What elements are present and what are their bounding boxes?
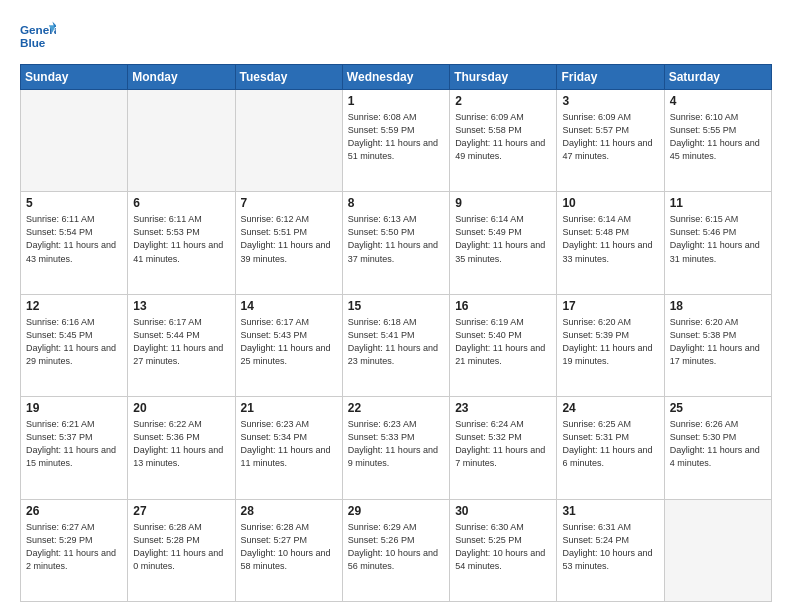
cell-details: Sunrise: 6:23 AMSunset: 5:34 PMDaylight:… [241,418,337,470]
cell-details: Sunrise: 6:13 AMSunset: 5:50 PMDaylight:… [348,213,444,265]
header: General Blue [20,18,772,54]
day-number: 21 [241,401,337,415]
day-number: 12 [26,299,122,313]
cell-details: Sunrise: 6:23 AMSunset: 5:33 PMDaylight:… [348,418,444,470]
calendar-cell: 26Sunrise: 6:27 AMSunset: 5:29 PMDayligh… [21,499,128,601]
calendar-cell: 27Sunrise: 6:28 AMSunset: 5:28 PMDayligh… [128,499,235,601]
logo: General Blue [20,18,56,54]
calendar-cell: 15Sunrise: 6:18 AMSunset: 5:41 PMDayligh… [342,294,449,396]
calendar-cell: 25Sunrise: 6:26 AMSunset: 5:30 PMDayligh… [664,397,771,499]
cell-details: Sunrise: 6:24 AMSunset: 5:32 PMDaylight:… [455,418,551,470]
day-number: 2 [455,94,551,108]
svg-text:General: General [20,23,56,36]
day-number: 30 [455,504,551,518]
calendar-cell: 7Sunrise: 6:12 AMSunset: 5:51 PMDaylight… [235,192,342,294]
calendar-cell: 2Sunrise: 6:09 AMSunset: 5:58 PMDaylight… [450,90,557,192]
day-number: 22 [348,401,444,415]
cell-details: Sunrise: 6:18 AMSunset: 5:41 PMDaylight:… [348,316,444,368]
cell-details: Sunrise: 6:14 AMSunset: 5:48 PMDaylight:… [562,213,658,265]
day-number: 26 [26,504,122,518]
day-number: 1 [348,94,444,108]
page: General Blue SundayMondayTuesdayWednesda… [0,0,792,612]
cell-details: Sunrise: 6:17 AMSunset: 5:43 PMDaylight:… [241,316,337,368]
week-row-4: 26Sunrise: 6:27 AMSunset: 5:29 PMDayligh… [21,499,772,601]
calendar-cell: 18Sunrise: 6:20 AMSunset: 5:38 PMDayligh… [664,294,771,396]
weekday-saturday: Saturday [664,65,771,90]
cell-details: Sunrise: 6:14 AMSunset: 5:49 PMDaylight:… [455,213,551,265]
cell-details: Sunrise: 6:27 AMSunset: 5:29 PMDaylight:… [26,521,122,573]
cell-details: Sunrise: 6:08 AMSunset: 5:59 PMDaylight:… [348,111,444,163]
calendar-cell: 11Sunrise: 6:15 AMSunset: 5:46 PMDayligh… [664,192,771,294]
cell-details: Sunrise: 6:20 AMSunset: 5:38 PMDaylight:… [670,316,766,368]
calendar-cell: 19Sunrise: 6:21 AMSunset: 5:37 PMDayligh… [21,397,128,499]
day-number: 25 [670,401,766,415]
cell-details: Sunrise: 6:11 AMSunset: 5:54 PMDaylight:… [26,213,122,265]
week-row-0: 1Sunrise: 6:08 AMSunset: 5:59 PMDaylight… [21,90,772,192]
calendar-cell: 20Sunrise: 6:22 AMSunset: 5:36 PMDayligh… [128,397,235,499]
cell-details: Sunrise: 6:28 AMSunset: 5:27 PMDaylight:… [241,521,337,573]
weekday-monday: Monday [128,65,235,90]
calendar-cell: 9Sunrise: 6:14 AMSunset: 5:49 PMDaylight… [450,192,557,294]
cell-details: Sunrise: 6:29 AMSunset: 5:26 PMDaylight:… [348,521,444,573]
weekday-tuesday: Tuesday [235,65,342,90]
day-number: 23 [455,401,551,415]
calendar-cell [235,90,342,192]
day-number: 20 [133,401,229,415]
day-number: 31 [562,504,658,518]
calendar-cell: 17Sunrise: 6:20 AMSunset: 5:39 PMDayligh… [557,294,664,396]
day-number: 8 [348,196,444,210]
cell-details: Sunrise: 6:19 AMSunset: 5:40 PMDaylight:… [455,316,551,368]
day-number: 29 [348,504,444,518]
weekday-header-row: SundayMondayTuesdayWednesdayThursdayFrid… [21,65,772,90]
day-number: 5 [26,196,122,210]
calendar-cell: 10Sunrise: 6:14 AMSunset: 5:48 PMDayligh… [557,192,664,294]
logo-icon: General Blue [20,18,56,54]
cell-details: Sunrise: 6:21 AMSunset: 5:37 PMDaylight:… [26,418,122,470]
day-number: 17 [562,299,658,313]
cell-details: Sunrise: 6:25 AMSunset: 5:31 PMDaylight:… [562,418,658,470]
calendar-cell: 6Sunrise: 6:11 AMSunset: 5:53 PMDaylight… [128,192,235,294]
calendar-cell [128,90,235,192]
calendar-cell: 12Sunrise: 6:16 AMSunset: 5:45 PMDayligh… [21,294,128,396]
cell-details: Sunrise: 6:09 AMSunset: 5:58 PMDaylight:… [455,111,551,163]
cell-details: Sunrise: 6:31 AMSunset: 5:24 PMDaylight:… [562,521,658,573]
cell-details: Sunrise: 6:22 AMSunset: 5:36 PMDaylight:… [133,418,229,470]
calendar-cell: 24Sunrise: 6:25 AMSunset: 5:31 PMDayligh… [557,397,664,499]
cell-details: Sunrise: 6:20 AMSunset: 5:39 PMDaylight:… [562,316,658,368]
weekday-sunday: Sunday [21,65,128,90]
day-number: 6 [133,196,229,210]
cell-details: Sunrise: 6:10 AMSunset: 5:55 PMDaylight:… [670,111,766,163]
calendar-cell: 31Sunrise: 6:31 AMSunset: 5:24 PMDayligh… [557,499,664,601]
day-number: 19 [26,401,122,415]
cell-details: Sunrise: 6:30 AMSunset: 5:25 PMDaylight:… [455,521,551,573]
calendar-cell: 16Sunrise: 6:19 AMSunset: 5:40 PMDayligh… [450,294,557,396]
cell-details: Sunrise: 6:09 AMSunset: 5:57 PMDaylight:… [562,111,658,163]
weekday-friday: Friday [557,65,664,90]
weekday-thursday: Thursday [450,65,557,90]
day-number: 15 [348,299,444,313]
cell-details: Sunrise: 6:28 AMSunset: 5:28 PMDaylight:… [133,521,229,573]
calendar-cell: 29Sunrise: 6:29 AMSunset: 5:26 PMDayligh… [342,499,449,601]
calendar-table: SundayMondayTuesdayWednesdayThursdayFrid… [20,64,772,602]
week-row-3: 19Sunrise: 6:21 AMSunset: 5:37 PMDayligh… [21,397,772,499]
week-row-2: 12Sunrise: 6:16 AMSunset: 5:45 PMDayligh… [21,294,772,396]
calendar-cell [21,90,128,192]
day-number: 10 [562,196,658,210]
cell-details: Sunrise: 6:17 AMSunset: 5:44 PMDaylight:… [133,316,229,368]
day-number: 4 [670,94,766,108]
calendar-cell: 5Sunrise: 6:11 AMSunset: 5:54 PMDaylight… [21,192,128,294]
cell-details: Sunrise: 6:26 AMSunset: 5:30 PMDaylight:… [670,418,766,470]
calendar-cell: 4Sunrise: 6:10 AMSunset: 5:55 PMDaylight… [664,90,771,192]
day-number: 27 [133,504,229,518]
cell-details: Sunrise: 6:16 AMSunset: 5:45 PMDaylight:… [26,316,122,368]
calendar-cell: 28Sunrise: 6:28 AMSunset: 5:27 PMDayligh… [235,499,342,601]
weekday-wednesday: Wednesday [342,65,449,90]
day-number: 14 [241,299,337,313]
day-number: 24 [562,401,658,415]
day-number: 7 [241,196,337,210]
day-number: 9 [455,196,551,210]
calendar-cell: 23Sunrise: 6:24 AMSunset: 5:32 PMDayligh… [450,397,557,499]
calendar-cell: 14Sunrise: 6:17 AMSunset: 5:43 PMDayligh… [235,294,342,396]
calendar-cell: 8Sunrise: 6:13 AMSunset: 5:50 PMDaylight… [342,192,449,294]
cell-details: Sunrise: 6:11 AMSunset: 5:53 PMDaylight:… [133,213,229,265]
